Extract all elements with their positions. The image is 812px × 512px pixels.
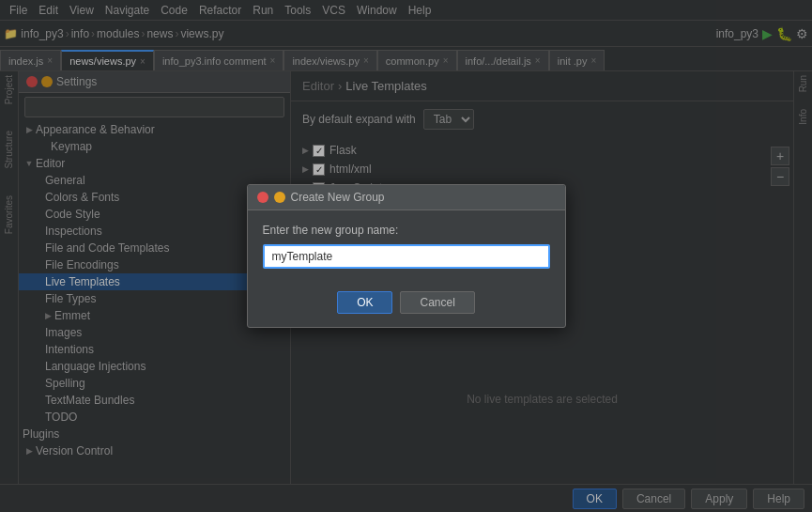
dialog-buttons: OK Cancel	[248, 282, 565, 327]
dialog-title-label: Create New Group	[291, 191, 385, 204]
dialog-ok-button[interactable]: OK	[337, 291, 392, 314]
dialog-close-btn[interactable]	[257, 192, 268, 203]
dialog-minimize-btn[interactable]	[274, 192, 285, 203]
dialog-group-name-input[interactable]	[263, 244, 550, 269]
dialog-cancel-button[interactable]: Cancel	[400, 291, 474, 314]
dialog-prompt-text: Enter the new group name:	[263, 224, 550, 237]
dialog-title-bar: Create New Group	[248, 185, 565, 210]
create-group-dialog: Create New Group Enter the new group nam…	[247, 184, 566, 328]
dialog-overlay: Create New Group Enter the new group nam…	[0, 0, 812, 512]
dialog-body: Enter the new group name:	[248, 210, 565, 282]
